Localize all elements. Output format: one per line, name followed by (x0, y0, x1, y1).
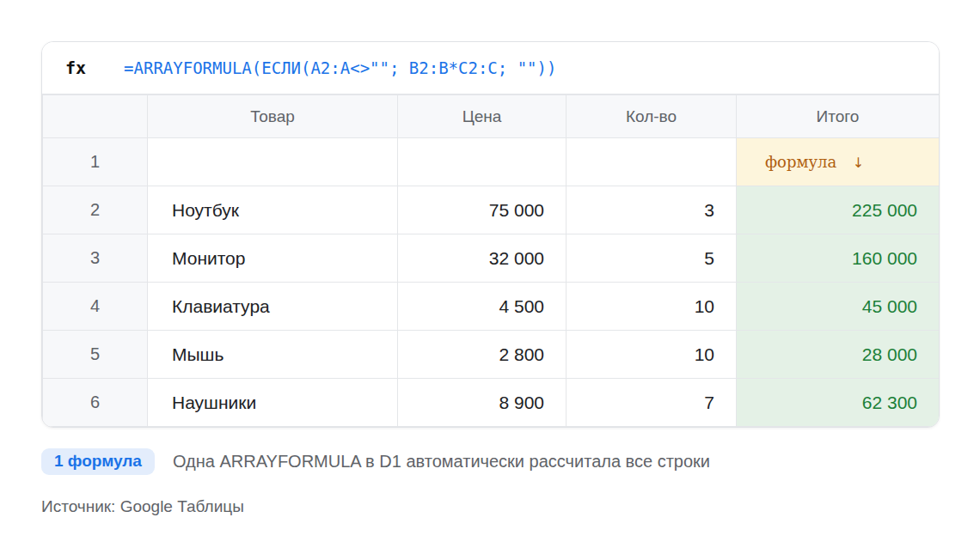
column-header-total[interactable]: Итого (737, 95, 940, 138)
formula-input[interactable]: =ARRAYFORMULA(ЕСЛИ(A2:A<>""; B2:B*C2:C; … (124, 58, 556, 77)
cell-price[interactable]: 75 000 (398, 186, 567, 234)
page: fx =ARRAYFORMULA(ЕСЛИ(A2:A<>""; B2:B*C2:… (0, 0, 980, 516)
cell-product[interactable]: Монитор (148, 234, 398, 283)
summary-line: 1 формула Одна ARRAYFORMULA в D1 автомат… (41, 448, 939, 475)
cell-total[interactable]: 28 000 (737, 331, 940, 379)
cell-qty[interactable]: 5 (567, 234, 737, 283)
cell-product[interactable]: Клавиатура (148, 283, 398, 331)
row-number[interactable]: 1 (43, 138, 148, 186)
corner-header-cell[interactable] (43, 95, 148, 138)
cell-total[interactable]: 62 300 (737, 379, 940, 427)
summary-caption: Одна ARRAYFORMULA в D1 автоматически рас… (173, 452, 710, 472)
cell-price[interactable] (398, 138, 567, 186)
cell-formula-marker[interactable]: формула ↓ (737, 138, 940, 186)
cell-total[interactable]: 225 000 (737, 186, 940, 234)
source-label: Источник: Google Таблицы (41, 497, 939, 516)
down-arrow-icon: ↓ (853, 155, 864, 171)
cell-qty[interactable]: 10 (567, 283, 737, 331)
table-row-6: 6 Наушники 8 900 7 62 300 (43, 379, 940, 427)
cell-price[interactable]: 32 000 (398, 234, 567, 283)
cell-price[interactable]: 2 800 (398, 331, 567, 379)
cell-product[interactable]: Мышь (148, 331, 398, 379)
formula-count-badge: 1 формула (41, 448, 155, 475)
column-header-qty[interactable]: Кол-во (567, 95, 737, 138)
table-row-4: 4 Клавиатура 4 500 10 45 000 (43, 283, 940, 331)
cell-total[interactable]: 45 000 (737, 283, 940, 331)
row-number[interactable]: 5 (43, 331, 148, 379)
cell-qty[interactable]: 7 (567, 379, 737, 427)
fx-icon: fx (65, 58, 86, 78)
cell-product[interactable] (148, 138, 398, 186)
row-number[interactable]: 6 (43, 379, 148, 427)
row-number[interactable]: 3 (43, 234, 148, 283)
row-number[interactable]: 4 (43, 283, 148, 331)
row-number[interactable]: 2 (43, 186, 148, 234)
cell-price[interactable]: 8 900 (398, 379, 567, 427)
cell-product[interactable]: Ноутбук (148, 186, 398, 234)
formula-marker-label: формула (765, 153, 836, 171)
table-row-5: 5 Мышь 2 800 10 28 000 (43, 331, 940, 379)
table-row-1: 1 формула ↓ (43, 138, 940, 186)
cell-price[interactable]: 4 500 (398, 283, 567, 331)
table-row-2: 2 Ноутбук 75 000 3 225 000 (43, 186, 940, 234)
column-header-product[interactable]: Товар (148, 95, 398, 138)
formula-bar[interactable]: fx =ARRAYFORMULA(ЕСЛИ(A2:A<>""; B2:B*C2:… (42, 42, 939, 94)
cell-qty[interactable]: 10 (567, 331, 737, 379)
spreadsheet-table: Товар Цена Кол-во Итого 1 формула ↓ 2 Но… (42, 94, 940, 427)
cell-qty[interactable]: 3 (567, 186, 737, 234)
cell-total[interactable]: 160 000 (737, 234, 940, 283)
table-header-row: Товар Цена Кол-во Итого (43, 95, 940, 138)
spreadsheet-card: fx =ARRAYFORMULA(ЕСЛИ(A2:A<>""; B2:B*C2:… (41, 41, 940, 428)
table-row-3: 3 Монитор 32 000 5 160 000 (43, 234, 940, 283)
cell-qty[interactable] (567, 138, 737, 186)
column-header-price[interactable]: Цена (398, 95, 567, 138)
cell-product[interactable]: Наушники (148, 379, 398, 427)
